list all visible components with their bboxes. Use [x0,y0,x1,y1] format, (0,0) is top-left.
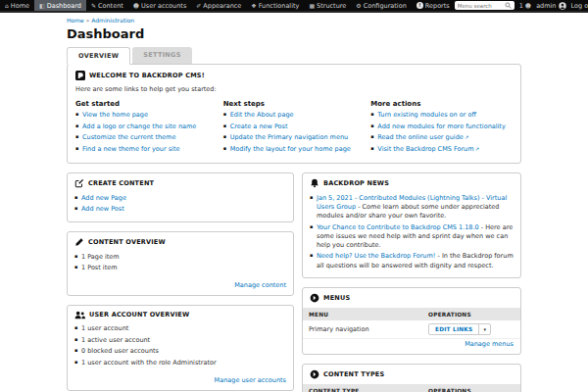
chevron-down-icon[interactable]: ▾ [478,324,490,334]
breadcrumb-administration-link[interactable]: Administration [91,17,134,24]
arrow-circle-icon [310,293,319,303]
toolbar-right-group: 1 ☻ admin Log out ⇥ [455,0,588,11]
count-text: 1 active user account [81,336,150,344]
edit-about-link[interactable]: Edit the About page [230,111,294,119]
external-link-icon: ↗ [465,134,469,140]
online-users-badge[interactable]: 1 ☻ [519,2,531,10]
breadcrumb: Home » Administration [67,17,521,24]
manage-menus-link[interactable]: Manage menus [465,340,514,348]
arrow-circle-icon [310,369,319,379]
list-item: 1 Post item [74,264,286,272]
list-item: 1 user account with the role Administrat… [74,359,286,368]
user-avatar-icon [559,2,566,10]
welcome-columns: Get started View the home page Add a log… [75,100,513,156]
content-types-block: CONTENT TYPES CONTENT TYPE OPERATIONS Pa… [302,364,521,392]
block-title: BACKDROP NEWS [323,179,389,187]
configuration-icon: ⚙ [356,3,361,9]
toolbar-item-reports[interactable]: ! Reports [412,0,455,11]
add-new-page-link[interactable]: Add new Page [81,194,126,202]
news-link[interactable]: Your Chance to Contribute to Backdrop CM… [317,223,479,231]
block-title: MENUS [323,294,350,302]
welcome-title: WELCOME TO BACKDROP CMS! [89,72,205,79]
content-overview-block: CONTENT OVERVIEW 1 Page item 1 Post item… [67,231,294,296]
toolbar-item-user-accounts[interactable]: ☻ User accounts [128,0,191,11]
forum-link[interactable]: Visit the Backdrop CMS Forum [377,145,473,153]
search-icon [505,2,512,9]
count-text: 1 user account [81,324,128,332]
create-post-link[interactable]: Create a new Post [230,122,288,130]
toolbar-item-structure[interactable]: ▦ Structure [304,0,351,11]
bell-icon [310,178,319,188]
tab-settings[interactable]: SETTINGS [132,47,191,64]
news-link[interactable]: Need help? Use the Backdrop Forum! [317,252,435,260]
menu-search[interactable] [455,1,514,10]
pencil-icon [74,237,84,247]
toolbar-label: Dashboard [47,2,81,10]
column-header: MENU [303,308,422,320]
backdrop-news-block: BACKDROP NEWS Jan 5, 2021 - Contributed … [302,172,521,278]
logout-button[interactable]: Log out ⇥ [571,2,588,10]
manage-user-accounts-link[interactable]: Manage user accounts [215,376,286,384]
toolbar-label: Configuration [364,2,407,10]
structure-icon: ▦ [309,3,315,9]
menu-search-input[interactable] [458,3,505,9]
add-logo-link[interactable]: Add a logo or change the site name [82,122,196,130]
toolbar-item-appearance[interactable]: ✐ Appearance [191,0,246,11]
current-user[interactable]: admin [536,2,565,10]
home-page-link[interactable]: View the home page [82,111,148,119]
welcome-col-heading: Get started [75,100,218,108]
content-types-table: CONTENT TYPE OPERATIONS Page CONFIGURE ▾ [303,384,520,392]
list-item: Visit the Backdrop CMS Forum↗ [370,145,513,154]
dashboard-left-column: CREATE CONTENT Add new Page Add new Post… [67,172,294,392]
toolbar-item-configuration[interactable]: ⚙ Configuration [351,0,411,11]
list-item: 0 blocked user accounts [74,347,286,356]
welcome-col-get-started: Get started View the home page Add a log… [75,100,218,156]
welcome-col-heading: Next steps [223,100,366,108]
count-text: 0 blocked user accounts [81,347,159,355]
toolbar-item-content[interactable]: ✎ Content [86,0,128,11]
modules-toggle-link[interactable]: Turn existing modules on or off [377,111,476,119]
block-title: CONTENT TYPES [323,370,384,378]
breadcrumb-home-link[interactable]: Home [67,17,84,24]
username: admin [536,2,556,10]
list-item: 1 active user account [74,336,286,345]
dashboard-right-column: BACKDROP NEWS Jan 5, 2021 - Contributed … [302,172,521,392]
manage-row: Manage user accounts [68,375,293,390]
toolbar-item-dashboard[interactable]: ◧ Dashboard [34,0,86,11]
appearance-icon: ✐ [196,3,201,9]
user-account-overview-block: USER ACCOUNT OVERVIEW 1 user account 1 a… [67,305,294,391]
list-item: Modify the layout for your home page [223,145,366,154]
home-icon: ⌂ [5,3,9,9]
op-label: EDIT LINKS [429,324,478,334]
block-title: USER ACCOUNT OVERVIEW [89,311,189,318]
create-content-block: CREATE CONTENT Add new Page Add new Post [67,172,294,222]
customize-theme-link[interactable]: Customize the current theme [82,133,175,141]
add-modules-link[interactable]: Add new modules for more functionality [377,122,505,130]
list-item: 1 Page item [74,253,286,262]
modify-layout-link[interactable]: Modify the layout for your home page [230,145,351,153]
toolbar-item-home[interactable]: ⌂ Home [0,0,34,11]
menus-block: MENUS MENU OPERATIONS Primary navigation [302,287,521,355]
manage-content-link[interactable]: Manage content [234,281,286,289]
list-item: Create a new Post [223,122,366,131]
breadcrumb-separator: » [86,17,90,24]
manage-row: Manage menus [303,339,520,354]
find-theme-link[interactable]: Find a new theme for your site [82,145,179,153]
toolbar-label: Functionality [259,2,300,10]
block-header: CONTENT OVERVIEW [68,232,293,249]
update-menu-link[interactable]: Update the Primary navigation menu [230,133,348,141]
edit-links-button[interactable]: EDIT LINKS ▾ [428,323,491,335]
list-item: Find a new theme for your site [75,145,218,154]
tab-overview[interactable]: OVERVIEW [67,47,130,65]
welcome-intro: Here are some links to help get you star… [75,85,513,93]
welcome-header: WELCOME TO BACKDROP CMS! [75,71,513,80]
toolbar-label: Content [98,2,123,10]
user-guide-link[interactable]: Read the online user guide [377,133,463,141]
toolbar-item-functionality[interactable]: ❖ Functionality [246,0,304,11]
add-new-post-link[interactable]: Add new Post [81,205,124,213]
column-header: CONTENT TYPE [303,384,422,392]
block-header: CONTENT TYPES [303,365,520,381]
list-item: Add a logo or change the site name [75,122,218,131]
dashboard-icon: ◧ [39,3,45,9]
toolbar-label: Structure [317,2,346,10]
